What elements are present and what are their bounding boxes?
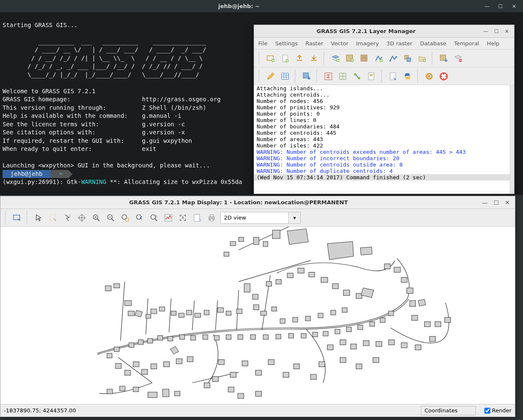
- term-line: [3, 79, 217, 86]
- md-close[interactable]: ✕: [505, 199, 510, 206]
- menu-vector[interactable]: Vector: [331, 40, 348, 47]
- layer-manager-titlebar[interactable]: GRASS GIS 7.2.1 Layer Manager — ☐ ✕: [254, 25, 514, 38]
- svg-rect-66: [287, 273, 293, 278]
- import-raster-icon[interactable]: [438, 53, 450, 64]
- term-line: / /_/ / _, _/ ___ |___/ /__/ / / /_/ // …: [3, 63, 217, 70]
- menu-3draster[interactable]: 3D raster: [386, 40, 412, 47]
- md-minimize[interactable]: —: [482, 199, 488, 206]
- svg-rect-128: [114, 347, 119, 352]
- render-map-icon[interactable]: [11, 212, 23, 224]
- svg-rect-85: [401, 277, 407, 282]
- script-icon[interactable]: [387, 70, 399, 82]
- svg-rect-57: [226, 311, 231, 315]
- lm-minimize[interactable]: —: [483, 28, 488, 34]
- svg-rect-160: [107, 389, 112, 394]
- analyze-icon[interactable]: [162, 212, 174, 224]
- zoom-in-icon[interactable]: [90, 212, 102, 224]
- menu-help[interactable]: Help: [487, 40, 500, 47]
- svg-rect-158: [331, 310, 336, 315]
- menu-file[interactable]: File: [258, 40, 268, 47]
- svg-rect-71: [344, 290, 350, 295]
- query-icon[interactable]: i: [62, 212, 73, 224]
- modeler-icon[interactable]: [351, 70, 363, 82]
- close-button[interactable]: ✕: [511, 3, 517, 9]
- svg-rect-152: [380, 318, 385, 323]
- svg-rect-77: [254, 237, 259, 245]
- add-vector-misc-icon[interactable]: [387, 53, 399, 64]
- add-raster-icon[interactable]: [344, 53, 356, 64]
- help-icon[interactable]: [438, 70, 450, 82]
- pointer-icon[interactable]: [33, 212, 45, 224]
- minimize-button[interactable]: —: [484, 3, 490, 9]
- lm-maximize[interactable]: ☐: [494, 28, 499, 34]
- svg-rect-114: [213, 376, 218, 381]
- map-display-titlebar[interactable]: GRASS GIS 7.2.1 Map Display: 1 - Locatio…: [0, 196, 515, 209]
- svg-rect-144: [288, 334, 294, 338]
- import-vector-icon[interactable]: [301, 70, 313, 82]
- add-vector-icon[interactable]: [373, 53, 385, 64]
- menu-imagery[interactable]: Imagery: [356, 40, 379, 47]
- svg-rect-156: [305, 316, 310, 321]
- chevron-down-icon[interactable]: ▾: [288, 212, 300, 223]
- svg-rect-132: [148, 339, 153, 343]
- view-mode-select[interactable]: 2D view ▾: [220, 212, 301, 224]
- status-mode-select[interactable]: Coordinates: [421, 406, 476, 415]
- svg-rect-147: [323, 331, 328, 336]
- svg-rect-101: [327, 345, 333, 350]
- status-coordinates: -1837890.75; 4244357.00: [4, 407, 76, 414]
- save-display-icon[interactable]: [191, 212, 203, 224]
- add-overlay-icon[interactable]: [402, 53, 414, 64]
- prompt-user: jehb@jehb: [3, 170, 50, 178]
- lm-close[interactable]: ✕: [505, 28, 509, 34]
- save-workspace-icon[interactable]: [308, 53, 320, 64]
- render-checkbox[interactable]: [484, 408, 490, 414]
- menu-temporal[interactable]: Temporal: [454, 40, 479, 47]
- edit-vector-icon[interactable]: [265, 70, 277, 82]
- new-display-icon[interactable]: [265, 53, 277, 64]
- svg-text:A: A: [182, 215, 184, 220]
- open-workspace-icon[interactable]: [294, 53, 305, 64]
- settings-icon[interactable]: [423, 70, 435, 82]
- render-checkbox-label[interactable]: Render: [484, 407, 512, 414]
- svg-rect-120: [125, 370, 131, 375]
- map-canvas[interactable]: [0, 227, 515, 404]
- svg-rect-49: [151, 309, 157, 314]
- console-scrollbar[interactable]: [510, 85, 514, 194]
- select-icon[interactable]: [47, 212, 59, 224]
- svg-rect-42: [210, 219, 213, 221]
- new-workspace-icon[interactable]: [279, 53, 291, 64]
- zoom-region-icon[interactable]: [119, 212, 131, 224]
- menu-settings[interactable]: Settings: [275, 40, 298, 47]
- pan-icon[interactable]: [76, 212, 88, 224]
- layer-manager-toolbar-2: Σ: [254, 67, 514, 85]
- layer-manager-console[interactable]: Attaching islands... Attaching centroids…: [254, 85, 514, 194]
- zoom-out-icon[interactable]: [105, 212, 117, 224]
- add-raster-misc-icon[interactable]: [358, 53, 370, 64]
- cartographic-composer-icon[interactable]: [366, 70, 378, 82]
- term-line: / / __/ /_/ / /| | \__ \\_ \ / / __ / / …: [3, 55, 217, 61]
- add-group-icon[interactable]: [416, 53, 428, 64]
- zoom-last-icon[interactable]: [134, 212, 145, 224]
- md-maximize[interactable]: ☐: [494, 199, 499, 206]
- add-overlay-md-icon[interactable]: A: [177, 212, 189, 224]
- remove-layer-icon[interactable]: [452, 53, 464, 64]
- svg-rect-165: [174, 391, 180, 396]
- map-display-toolbar: i A 2D view ▾: [0, 209, 515, 227]
- maximize-button[interactable]: ☐: [498, 3, 503, 9]
- svg-text:Σ: Σ: [327, 73, 330, 79]
- menu-raster[interactable]: Raster: [305, 40, 323, 47]
- menu-database[interactable]: Database: [420, 40, 446, 47]
- python-icon[interactable]: [402, 70, 414, 82]
- svg-rect-96: [389, 340, 394, 345]
- raster-calc-icon[interactable]: Σ: [322, 70, 334, 82]
- add-layers-icon[interactable]: [330, 53, 341, 64]
- zoom-menu-icon[interactable]: [148, 212, 160, 224]
- georectify-icon[interactable]: [337, 70, 349, 82]
- print-icon[interactable]: [206, 212, 218, 224]
- svg-rect-64: [266, 281, 271, 286]
- view-mode-value: 2D view: [221, 214, 288, 221]
- svg-rect-76: [239, 237, 244, 242]
- attribute-table-icon[interactable]: [279, 70, 291, 82]
- svg-rect-135: [179, 335, 185, 339]
- svg-point-35: [137, 214, 141, 219]
